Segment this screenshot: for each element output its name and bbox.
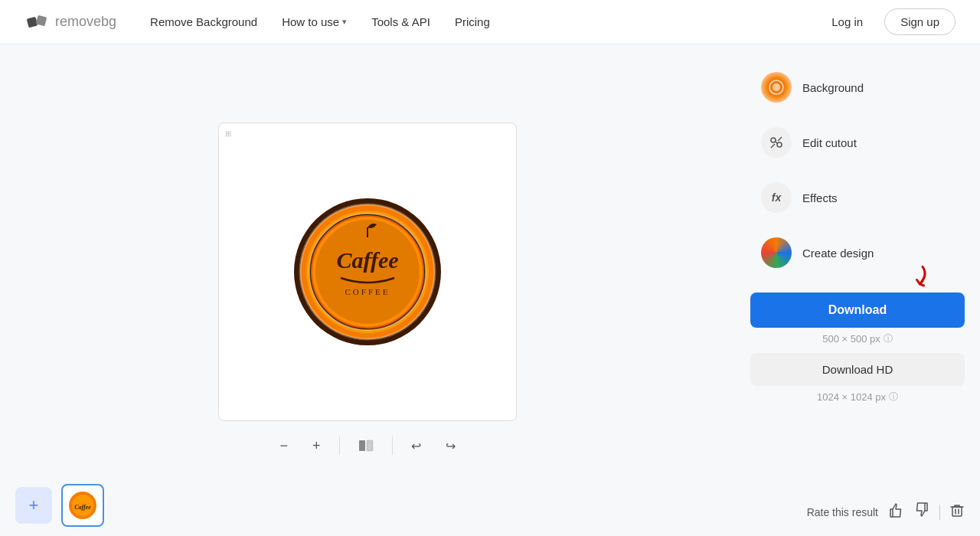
svg-rect-0 [27,16,38,28]
download-hd-size-label: 1024 × 1024 px ⓘ [750,391,965,404]
create-design-tool-icon [761,237,792,268]
redo-button[interactable]: ↪ [439,434,462,458]
canvas-area: ⊞ Caffee [0,44,735,536]
coffee-logo-image: Caffee COFFEE [291,195,444,348]
rate-label: Rate this result [807,506,878,518]
delete-button[interactable] [949,502,965,521]
toolbar-separator-1 [339,436,340,455]
plus-icon: + [29,495,39,515]
toolbar: − + ↩ ↪ [273,433,461,459]
download-info-icon: ⓘ [884,332,893,345]
svg-point-16 [773,83,780,91]
background-tool[interactable]: Background [750,63,965,112]
undo-icon: ↩ [411,439,421,453]
zoom-in-icon: + [312,438,321,454]
thumbdown-icon [913,502,930,518]
signup-button[interactable]: Sign up [884,8,956,35]
logo-text: removebg [55,14,116,30]
nav-item-pricing[interactable]: Pricing [446,9,499,34]
thumbup-icon [887,502,904,518]
add-image-button[interactable]: + [15,487,52,524]
delete-icon [949,502,965,518]
rate-separator [939,505,940,520]
effects-tool-label: Effects [802,191,838,204]
create-design-tool-label: Create design [802,247,874,260]
nav-item-tools-api[interactable]: Tools & API [362,9,439,34]
main-content: ⊞ Caffee [0,44,980,536]
download-arrow-annotation [888,262,934,300]
nav-item-how-to-use[interactable]: How to use ▾ [273,9,356,34]
thumbdown-button[interactable] [913,502,930,522]
toolbar-separator-2 [392,436,393,455]
zoom-out-button[interactable]: − [273,433,294,459]
svg-line-19 [776,142,778,144]
header: removebg Remove Background How to use ▾ … [0,0,980,44]
redo-icon: ↪ [446,439,456,453]
background-tool-label: Background [802,81,864,94]
edit-cutout-tool-icon [761,127,792,158]
download-section: Download 500 × 500 px ⓘ Download HD 1024… [750,293,965,404]
logo-icon [24,10,49,34]
svg-text:Caffee: Caffee [74,504,91,511]
svg-rect-23 [952,507,962,516]
chevron-down-icon: ▾ [342,17,347,27]
header-right: Log in Sign up [819,8,956,35]
login-button[interactable]: Log in [819,9,875,34]
background-tool-icon [761,72,792,103]
rate-bar: Rate this result [807,502,965,522]
svg-text:Caffee: Caffee [336,247,398,273]
right-panel: Background Edit cutout fx Effects [735,44,980,536]
thumbnail-item[interactable]: Caffee [61,484,104,527]
canvas-container: ⊞ Caffee [218,123,517,421]
thumbnail-image: Caffee [67,489,99,521]
download-hd-button[interactable]: Download HD [750,353,965,386]
logo[interactable]: removebg [24,10,116,34]
svg-rect-13 [359,440,365,451]
nav-item-remove-background[interactable]: Remove Background [141,9,266,34]
edit-cutout-tool[interactable]: Edit cutout [750,118,965,167]
compare-button[interactable] [352,433,380,458]
compare-icon [358,438,374,453]
download-size-label: 500 × 500 px ⓘ [750,332,965,345]
header-left: removebg Remove Background How to use ▾ … [24,9,499,34]
zoom-out-icon: − [279,438,288,454]
effects-tool-icon: fx [761,182,792,213]
undo-button[interactable]: ↩ [405,434,427,458]
edit-cutout-tool-label: Edit cutout [802,136,857,149]
svg-rect-14 [367,440,373,451]
thumbup-button[interactable] [887,502,904,522]
main-nav: Remove Background How to use ▾ Tools & A… [141,9,499,34]
svg-text:COFFEE: COFFEE [345,287,390,296]
effects-tool[interactable]: fx Effects [750,173,965,222]
download-hd-info-icon: ⓘ [889,391,898,404]
canvas-corner-indicator: ⊞ [225,129,231,138]
zoom-in-button[interactable]: + [306,433,327,459]
